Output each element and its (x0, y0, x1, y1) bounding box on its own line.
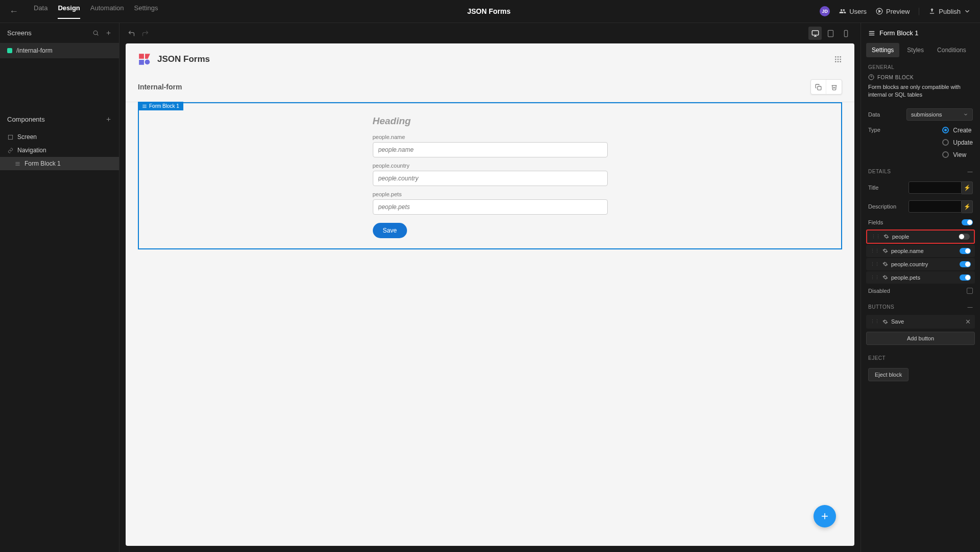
field-name: people.name (891, 248, 924, 254)
svg-point-28 (840, 61, 841, 62)
redo-icon[interactable] (141, 30, 149, 37)
binding-button[interactable]: ⚡ (962, 200, 973, 213)
field-input-pets[interactable] (373, 199, 608, 215)
section-details: DETAILS — (861, 162, 980, 178)
drag-handle-icon[interactable]: ⋮⋮ (870, 319, 879, 324)
field-item-people[interactable]: ⋮⋮ people (866, 229, 975, 244)
form-block[interactable]: Heading people.name people.country peopl… (138, 102, 842, 249)
gear-icon[interactable] (882, 274, 888, 280)
gear-icon[interactable] (882, 261, 888, 267)
search-icon[interactable] (92, 30, 99, 36)
right-panel-title: Form Block 1 (879, 29, 919, 37)
component-screen[interactable]: Screen (0, 130, 119, 144)
radio-icon (942, 151, 949, 158)
add-button[interactable]: Add button (866, 332, 975, 345)
info-box: FORM BLOCK Form blocks are only compatib… (868, 74, 973, 99)
tab-data[interactable]: Data (34, 4, 47, 19)
play-icon (876, 8, 883, 15)
top-tabs: Data Design Automation Settings (34, 4, 158, 19)
users-label: Users (849, 8, 867, 15)
save-button[interactable]: Save (373, 223, 407, 238)
gear-icon[interactable] (883, 234, 889, 239)
svg-point-26 (835, 61, 836, 62)
field-label-pets: people.pets (373, 191, 608, 197)
delete-button[interactable] (826, 80, 842, 94)
users-icon (839, 8, 846, 15)
field-input-country[interactable] (373, 171, 608, 186)
button-item-save[interactable]: ⋮⋮ Save ✕ (866, 315, 975, 329)
remove-button-icon[interactable]: ✕ (965, 318, 971, 326)
field-toggle[interactable] (960, 261, 971, 267)
title-input[interactable] (909, 181, 962, 194)
component-navigation[interactable]: Navigation (0, 144, 119, 157)
drag-handle-icon[interactable]: ⋮⋮ (870, 275, 879, 280)
component-form-block-1[interactable]: Form Block 1 (0, 157, 119, 170)
section-eject: EJECT (861, 348, 980, 365)
gear-icon[interactable] (882, 248, 888, 254)
collapse-icon[interactable]: — (968, 304, 973, 310)
preview-button[interactable]: Preview (876, 8, 910, 15)
svg-point-22 (840, 56, 841, 58)
tab-design[interactable]: Design (58, 4, 80, 19)
fields-master-toggle[interactable] (962, 219, 973, 225)
grid-menu-icon[interactable] (834, 55, 842, 63)
type-label: Type (868, 127, 880, 133)
tab-styles-panel[interactable]: Styles (901, 43, 929, 57)
tablet-device-button[interactable] (824, 27, 837, 40)
binding-button[interactable]: ⚡ (962, 181, 973, 194)
info-icon (868, 74, 874, 80)
field-item-people-name[interactable]: ⋮⋮ people.name (866, 245, 975, 257)
drag-handle-icon[interactable]: ⋮⋮ (870, 248, 879, 254)
add-screen-icon[interactable] (105, 30, 112, 36)
tab-settings[interactable]: Settings (134, 4, 158, 19)
duplicate-button[interactable] (811, 80, 826, 94)
drag-handle-icon[interactable]: ⋮⋮ (871, 234, 880, 239)
radio-update[interactable]: Update (942, 139, 973, 146)
users-button[interactable]: Users (839, 8, 867, 15)
field-name: people.pets (891, 274, 920, 281)
avatar[interactable]: JD (820, 6, 830, 16)
field-toggle[interactable] (960, 274, 971, 281)
app-title: JSON Forms (157, 54, 210, 64)
field-input-name[interactable] (373, 142, 608, 157)
back-arrow-icon[interactable]: ← (9, 6, 18, 17)
publish-button[interactable]: Publish (919, 8, 971, 15)
tab-settings-panel[interactable]: Settings (866, 43, 899, 57)
canvas[interactable]: JSON Forms Internal-form (126, 43, 854, 546)
field-item-people-pets[interactable]: ⋮⋮ people.pets (866, 271, 975, 284)
svg-rect-8 (8, 135, 12, 139)
field-toggle[interactable] (959, 234, 970, 240)
desktop-device-button[interactable] (808, 27, 822, 40)
field-item-people-country[interactable]: ⋮⋮ people.country (866, 258, 975, 270)
app-logo-icon (138, 53, 151, 66)
block-selection-tag[interactable]: Form Block 1 (138, 102, 183, 110)
radio-create[interactable]: Create (942, 127, 973, 134)
page-actions (810, 79, 842, 95)
tab-conditions-panel[interactable]: Conditions (931, 43, 972, 57)
form-heading: Heading (373, 116, 608, 127)
disabled-checkbox[interactable] (967, 288, 973, 294)
gear-icon[interactable] (882, 319, 888, 325)
collapse-icon[interactable]: — (968, 169, 973, 174)
undo-icon[interactable] (128, 30, 135, 37)
data-select[interactable]: submissions (906, 108, 973, 121)
description-input[interactable] (909, 200, 962, 213)
description-label: Description (868, 203, 896, 210)
mobile-device-button[interactable] (839, 27, 852, 40)
fields-label: Fields (868, 219, 883, 225)
fab-add-button[interactable] (814, 505, 836, 527)
field-toggle[interactable] (960, 248, 971, 254)
add-component-icon[interactable] (105, 116, 112, 123)
eject-block-button[interactable]: Eject block (868, 368, 909, 381)
screen-item-internal-form[interactable]: /internal-form (0, 43, 119, 58)
svg-line-3 (97, 34, 98, 35)
svg-rect-12 (812, 30, 819, 35)
button-name: Save (891, 318, 904, 325)
tab-automation[interactable]: Automation (90, 4, 124, 19)
radio-view[interactable]: View (942, 151, 973, 158)
chevron-down-icon (963, 112, 968, 117)
components-label: Components (7, 116, 45, 123)
drag-handle-icon[interactable]: ⋮⋮ (870, 262, 879, 267)
svg-point-27 (838, 61, 839, 62)
radio-label: View (953, 151, 966, 158)
